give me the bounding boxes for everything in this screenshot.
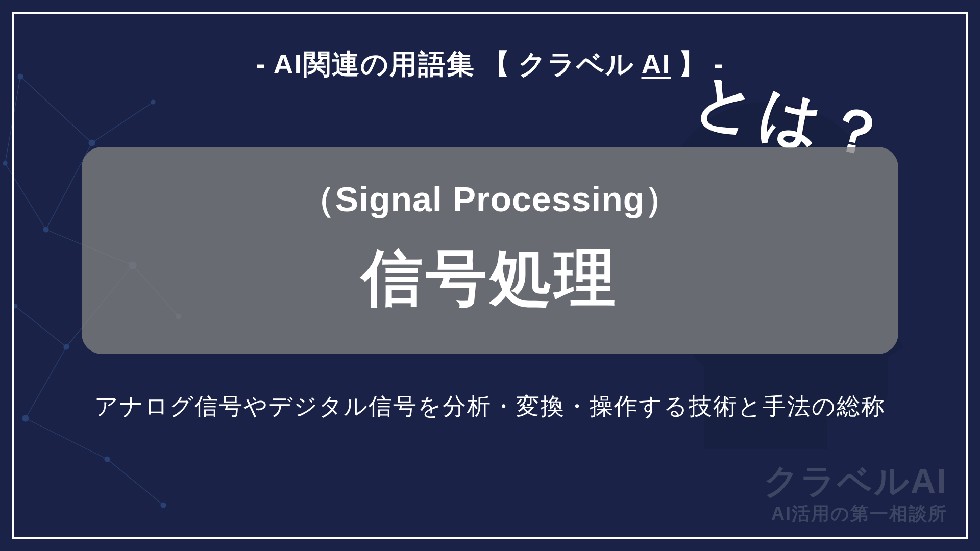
header-prefix: - — [256, 48, 266, 80]
term-box: （Signal Processing） 信号処理 — [82, 147, 898, 354]
brand-main: クラベルAI — [764, 458, 947, 505]
header-text-before: AI関連の用語集 — [274, 46, 475, 83]
header-brand-text: クラベル — [518, 46, 634, 83]
japanese-term: 信号処理 — [102, 237, 878, 320]
english-term: （Signal Processing） — [102, 177, 878, 223]
header-line: - AI関連の用語集 【 クラベル AI 】 - — [256, 46, 724, 83]
term-description: アナログ信号やデジタル信号を分析・変換・操作する技術と手法の総称 — [94, 391, 886, 422]
brand-corner: クラベルAI AI活用の第一相談所 — [764, 458, 947, 527]
brand-sub: AI活用の第一相談所 — [764, 502, 947, 527]
header-brand-ai: AI — [642, 48, 671, 80]
header-bracket-open: 【 — [482, 46, 511, 83]
term-box-wrapper: とは？ （Signal Processing） 信号処理 — [82, 147, 898, 354]
